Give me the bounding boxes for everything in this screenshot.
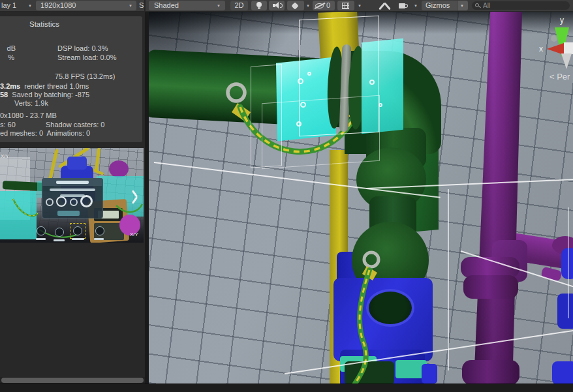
gizmo-center-cube[interactable] (564, 42, 573, 54)
shadow-casters: Shadow casters: 0 (46, 121, 105, 128)
fps-value: 75.8 FPS (13.2ms) (55, 72, 115, 80)
setpass-fragment: s: 60 (0, 121, 16, 128)
scene-visibility-button[interactable]: 0 (313, 1, 335, 10)
perspective-label[interactable]: < Per (550, 72, 570, 82)
gizmos-dropdown[interactable]: Gizmos (422, 1, 457, 10)
ring-terminal[interactable] (364, 252, 379, 267)
top-toolbar: lay 1 ▼ 1920x1080 ▼ S Shaded ▼ 2D ▼ 0 (0, 0, 573, 12)
z-axis-cone[interactable] (561, 53, 572, 69)
x-axis-label: x (539, 44, 543, 53)
wireframe-line (568, 207, 569, 318)
speaker-wave-icon (280, 3, 283, 8)
audio-level-fragment: dB (0, 44, 16, 52)
skinned-meshes-fragment: ed meshes: 0 Animations: 0 (0, 129, 90, 137)
blue-valve-handle[interactable] (561, 248, 573, 279)
blue-valve-handle[interactable] (552, 361, 573, 384)
stream-load: Stream load: 0.0% (57, 53, 117, 61)
statistics-overlay: Statistics dB % DSP load: 0.3% Stream lo… (0, 16, 142, 142)
chevron-down-icon[interactable]: ▼ (306, 4, 310, 8)
scale-label: S (139, 1, 144, 9)
preview-menu-button (95, 226, 104, 235)
dsp-load: DSP load: 0.3% (57, 44, 108, 52)
resolution-label: 1920x1080 (40, 1, 76, 9)
preview-dialog-icon (70, 198, 78, 206)
statistics-title: Statistics (0, 20, 142, 28)
purple-flange-collar[interactable] (463, 275, 518, 299)
editor-tools-button[interactable] (377, 1, 394, 10)
screwdriver-icon (384, 3, 391, 10)
preview-menu-button (37, 226, 46, 235)
audio-clipping-fragment: % (0, 53, 14, 61)
camera-lens-icon (405, 4, 408, 8)
scene-camera-button[interactable] (395, 1, 412, 10)
ring-terminal[interactable] (228, 84, 245, 101)
blue-valve-handle[interactable] (557, 294, 573, 329)
y-axis-label: y (560, 16, 564, 25)
draw-mode-dropdown[interactable]: Shaded ▼ (149, 1, 225, 10)
effects-star-icon (291, 2, 298, 9)
preview-dialog-button (57, 211, 80, 216)
preview-menu-button (55, 228, 64, 237)
display-target-dropdown[interactable]: lay 1 (1, 1, 16, 9)
camera-icon (399, 3, 405, 8)
draw-mode-label: Shaded (154, 1, 179, 9)
preview-menu-label (94, 238, 104, 240)
chevron-down-icon: ▼ (460, 4, 464, 8)
resolution-dropdown[interactable]: 1920x1080 ▼ (36, 1, 136, 10)
toolbar-divider (144, 0, 146, 12)
screen-resolution-fragment: 0x1080 - 23.7 MB (0, 112, 57, 119)
batches-line: 58 Saved by batching: -875 (0, 91, 89, 98)
bottom-status-strip (0, 384, 573, 392)
panel-divider[interactable] (145, 12, 149, 384)
hidden-object-count: 0 (326, 1, 330, 9)
preview-menu-label (72, 238, 84, 240)
preview-corner-label: X/Y (130, 232, 138, 237)
preview-menu-label (54, 239, 65, 241)
preview-dialog-text-bar (50, 188, 95, 191)
chevron-down-icon[interactable]: ▼ (414, 4, 418, 8)
main-thread-line: 3.2ms render thread 1.0ms (0, 82, 89, 90)
lightbulb-icon (256, 2, 262, 7)
2d-toggle-button[interactable]: 2D (230, 1, 248, 10)
preview-menu-label (36, 238, 46, 240)
search-icon-handle (478, 6, 481, 8)
verts-count: Verts: 1.9k (14, 99, 48, 107)
gizmos-caret-button[interactable]: ▼ (457, 1, 468, 10)
preview-corner-label: X/Y (1, 153, 9, 159)
chevron-down-icon[interactable]: ▼ (28, 4, 32, 8)
lightbulb-base-icon (258, 7, 260, 9)
scene-view[interactable]: y x < Per (149, 12, 573, 384)
game-camera-preview: X/Y X/Y (0, 148, 144, 243)
selection-wireframe-box (262, 95, 380, 170)
preview-dialog-icon (56, 196, 67, 207)
preview-dialog-icon (46, 198, 54, 206)
chevron-down-icon: ▼ (129, 4, 132, 8)
scene-search-box[interactable] (472, 1, 570, 10)
grid-icon (342, 3, 349, 9)
preview-dialog-spinner (80, 195, 93, 207)
grid-visibility-button[interactable] (337, 1, 354, 10)
search-input[interactable] (483, 1, 565, 10)
preview-highlight-box (70, 223, 85, 239)
chevron-down-icon[interactable]: ▼ (358, 4, 362, 8)
speaker-cone-icon (275, 2, 279, 8)
unity-editor-window: lay 1 ▼ 1920x1080 ▼ S Shaded ▼ 2D ▼ 0 (0, 0, 573, 392)
wireframe-line (448, 189, 449, 370)
chevron-down-icon: ▼ (217, 4, 221, 8)
horizontal-scrollbar-thumb[interactable] (1, 378, 144, 383)
scene-lighting-button[interactable] (251, 1, 267, 10)
scene-effects-button[interactable] (287, 1, 304, 10)
preview-dialog-title-bar (56, 181, 89, 184)
scene-audio-button[interactable] (269, 1, 285, 10)
purple-flange-collar[interactable] (462, 360, 519, 384)
game-view-panel: Statistics dB % DSP load: 0.3% Stream lo… (0, 12, 145, 384)
